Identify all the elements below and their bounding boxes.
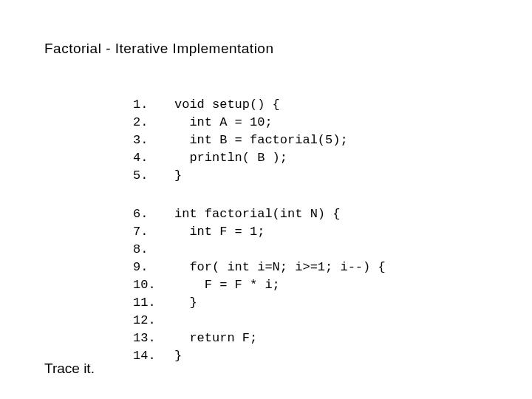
code-line: 7. int F = 1; [133, 223, 386, 241]
code-line: 6.int factorial(int N) { [133, 205, 386, 223]
code-text: } [174, 296, 197, 310]
line-number: 2. [133, 114, 174, 132]
line-number: 6. [133, 205, 174, 223]
line-number: 4. [133, 149, 174, 167]
line-number: 9. [133, 259, 174, 276]
line-number: 12. [133, 312, 174, 330]
line-number: 5. [133, 167, 174, 185]
code-text: F = F * i; [174, 278, 280, 292]
code-text: println( B ); [174, 151, 287, 165]
code-text: } [174, 349, 182, 363]
line-number: 7. [133, 223, 174, 241]
code-line: 3. int B = factorial(5); [133, 132, 348, 149]
code-line: 4. println( B ); [133, 149, 348, 167]
line-number: 8. [133, 241, 174, 259]
code-line: 11. } [133, 294, 386, 312]
line-number: 10. [133, 276, 174, 294]
code-text: int factorial(int N) { [174, 207, 340, 221]
code-line: 12. [133, 312, 386, 330]
code-text: void setup() { [174, 98, 280, 112]
code-line: 13. return F; [133, 330, 386, 347]
code-line: 10. F = F * i; [133, 276, 386, 294]
line-number: 3. [133, 132, 174, 149]
code-block-factorial: 6.int factorial(int N) { 7. int F = 1; 8… [133, 205, 386, 365]
code-block-setup: 1.void setup() { 2. int A = 10; 3. int B… [133, 96, 348, 185]
code-text: return F; [174, 331, 257, 345]
line-number: 13. [133, 330, 174, 347]
code-line: 14.} [133, 347, 386, 365]
code-line: 8. [133, 241, 386, 259]
line-number: 1. [133, 96, 174, 114]
code-line: 2. int A = 10; [133, 114, 348, 132]
page-title: Factorial - Iterative Implementation [44, 41, 274, 57]
line-number: 11. [133, 294, 174, 312]
footer-text: Trace it. [44, 361, 95, 377]
code-text: int A = 10; [174, 115, 273, 129]
code-line: 5.} [133, 167, 348, 185]
line-number: 14. [133, 347, 174, 365]
code-line: 1.void setup() { [133, 96, 348, 114]
code-line: 9. for( int i=N; i>=1; i--) { [133, 259, 386, 276]
code-text: for( int i=N; i>=1; i--) { [174, 260, 386, 274]
code-text: } [174, 168, 182, 183]
code-text: int B = factorial(5); [174, 133, 348, 147]
code-text: int F = 1; [174, 225, 265, 239]
